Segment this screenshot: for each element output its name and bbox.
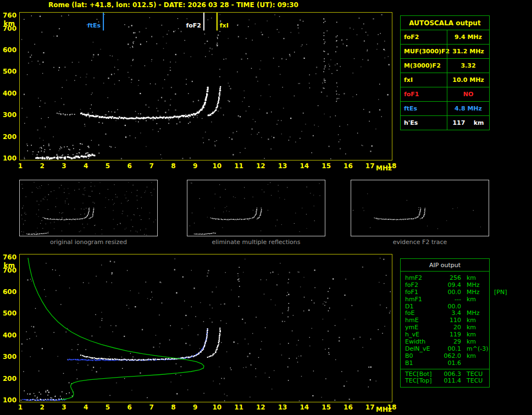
x-tick-label: 9 [193, 403, 197, 411]
f2-trace [80, 87, 209, 119]
x-tick-label: 10 [212, 162, 221, 170]
foF2-marker-label: foF2 [186, 22, 201, 29]
aip-param-value: --- [439, 296, 461, 303]
y-tick-label: 760 [3, 12, 16, 19]
autoscala-param-label: h'Es [401, 116, 447, 130]
autoscala-param-value: 9.4 MHz [447, 30, 489, 44]
aip-param-label: Ewidth [405, 339, 439, 346]
aip-param-label: hmF1 [405, 296, 439, 303]
autoscala-row-foF2: foF29.4 MHz [401, 30, 489, 44]
autoscala-param-label: MUF(3000)F2 [401, 45, 447, 58]
fx-trace [207, 328, 221, 358]
x-tick-label: 13 [278, 162, 287, 170]
x-tick-label: 15 [322, 403, 331, 411]
y-tick-label: 200 [3, 375, 16, 383]
x-tick-label: 17 [365, 162, 375, 170]
autoscala-output-table: AUTOSCALA output foF29.4 MHzMUF(3000)F23… [400, 15, 490, 130]
aip-table-rows: hmF2256kmfoF209.4MHzfoF100.0MHz[PN]hmF1-… [401, 272, 489, 369]
autoscala-row-h'Es: h'Es117 km [401, 115, 489, 130]
es-trace [35, 154, 95, 160]
aip-row-Ewidth: Ewidth29km [401, 339, 489, 346]
aip-param-unit: MHz [467, 289, 480, 296]
aip-param-label: hmF2 [405, 275, 439, 282]
aip-row-B1: B101.6 [401, 360, 489, 367]
aip-param-unit: MHz [467, 282, 480, 289]
x-tick-label: 13 [278, 403, 287, 411]
aip-row-DelN_vE: DelN_vE00.1m^(-3) [401, 346, 489, 353]
ionogram-profile-chart: 760700600500400300200100km12345678910111… [0, 246, 398, 415]
x-tick-label: 5 [106, 403, 110, 411]
y-tick-label: 200 [3, 133, 16, 141]
aip-param-unit: km [467, 296, 476, 303]
thumbnail-f2-trace [351, 180, 489, 236]
fxI-marker-label: fxI [220, 22, 229, 29]
aip-param-value: 062.0 [439, 353, 461, 360]
autoscala-param-value: 3.32 [447, 59, 489, 73]
y-tick-label: 600 [3, 288, 16, 296]
mhz-axis-label: MHz [376, 164, 392, 172]
mhz-axis-label: MHz [376, 406, 392, 413]
aip-tec-rows: TEC[Bot]006.3TECUTEC[Top]011.4TECU [401, 369, 489, 388]
aip-param-unit: km [467, 275, 476, 282]
x-tick-label: 2 [40, 403, 45, 411]
aip-param-flag: [PN] [494, 289, 507, 296]
x-tick-label: 14 [300, 162, 309, 170]
y-tick-label: 300 [3, 111, 16, 119]
autoscala-param-value: 31.2 MHz [447, 45, 489, 58]
thumbnail-border [351, 180, 489, 236]
x-tick-label: 11 [234, 162, 243, 170]
y-tick-label: 600 [3, 46, 16, 54]
aip-param-unit: m^(-3) [467, 346, 488, 353]
x-tick-label: 1 [18, 403, 23, 411]
x-tick-label: 8 [171, 162, 175, 170]
x-tick-label: 4 [84, 403, 88, 411]
x-tick-label: 6 [128, 403, 132, 411]
x-tick-label: 7 [149, 162, 153, 170]
plot-border [20, 254, 392, 402]
ftEs-marker-label: ftEs [87, 22, 101, 29]
x-tick-label: 16 [343, 403, 353, 411]
fx-trace [208, 86, 221, 117]
autoscala-row-foF1: foF1NO [401, 87, 489, 101]
blue_es-trace [23, 399, 66, 401]
thumbnail-original-ionogram [19, 180, 158, 236]
km-axis-label: km [4, 262, 15, 269]
x-tick-label: 9 [193, 162, 197, 170]
aip-row-foF1: foF100.0MHz[PN] [401, 289, 489, 296]
aip-param-value: 29 [439, 339, 461, 346]
aip-param-label: DelN_vE [405, 346, 439, 353]
profile-curve [28, 258, 204, 400]
thumbnail-border [187, 180, 325, 236]
aip-row-B0: B0062.0km [401, 353, 489, 360]
thumbnail-caption-original: original ionogram resized [19, 239, 158, 246]
noise-layer [21, 14, 390, 159]
y-tick-label: 100 [3, 396, 16, 404]
thumbnail-multiple-reflections [187, 180, 325, 236]
aip-param-unit: km [467, 353, 476, 360]
aip-output-table: AIP output hmF2256kmfoF209.4MHzfoF100.0M… [400, 258, 490, 388]
x-tick-label: 17 [365, 403, 375, 411]
autoscala-param-value: 4.8 MHz [447, 102, 489, 115]
autoscala-param-value: NO [447, 87, 489, 101]
thumbnail-caption-reflections: eliminate multiple reflections [187, 239, 325, 246]
x-tick-label: 1 [18, 162, 23, 170]
x-tick-label: 5 [106, 162, 110, 170]
x-tick-label: 2 [40, 162, 45, 170]
blue_fit-trace [68, 329, 208, 361]
autoscala-table-title: AUTOSCALA output [401, 16, 489, 30]
aip-param-value: 00.1 [439, 346, 461, 353]
autoscala-param-label: M(3000)F2 [401, 59, 447, 73]
y-tick-label: 400 [3, 90, 16, 97]
aip-table-title: AIP output [401, 259, 489, 272]
autoscala-param-label: foF2 [401, 30, 447, 44]
aip-row-TEC[Top]: TEC[Top]011.4TECU [401, 378, 489, 385]
x-tick-label: 3 [62, 403, 66, 411]
y-tick-label: 760 [3, 253, 16, 261]
x-tick-label: 10 [212, 403, 221, 411]
autoscala-row-MUF(3000)F2: MUF(3000)F231.2 MHz [401, 44, 489, 58]
aip-row-foF2: foF209.4MHz [401, 282, 489, 289]
aip-param-unit: TECU [467, 378, 483, 385]
autoscala-param-label: fxI [401, 73, 447, 87]
f2-trace [80, 328, 208, 361]
autoscala-row-ftEs: ftEs4.8 MHz [401, 101, 489, 115]
